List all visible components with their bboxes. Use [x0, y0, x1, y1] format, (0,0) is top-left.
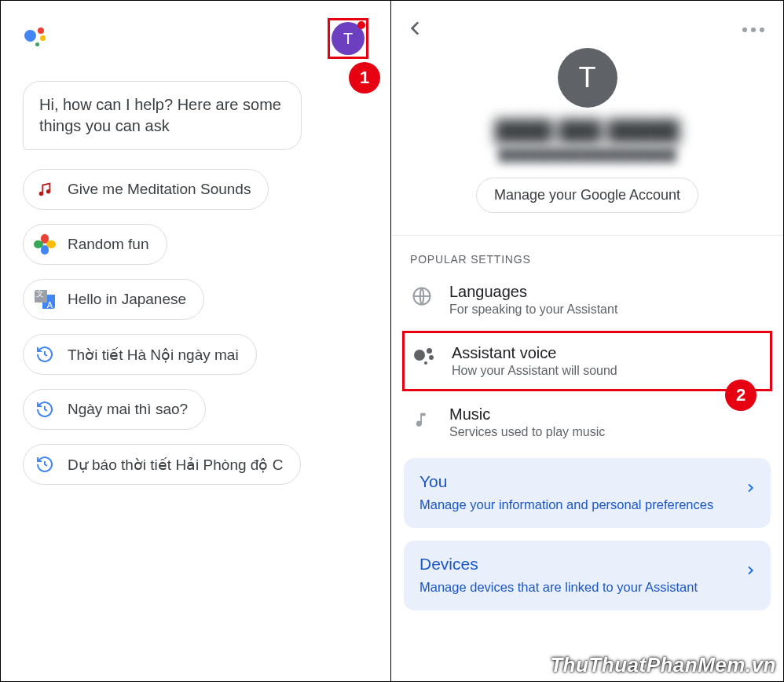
globe-icon: [410, 283, 434, 310]
fan-icon: [35, 234, 55, 255]
suggestion-chip[interactable]: Hello in Japanese: [23, 279, 204, 320]
setting-title: Assistant voice: [452, 344, 617, 362]
suggestion-chip[interactable]: Give me Meditation Sounds: [23, 169, 269, 210]
setting-subtitle: How your Assistant will sound: [452, 364, 617, 378]
translate-icon: [35, 289, 55, 310]
settings-item-languages[interactable]: Languages For speaking to your Assistant: [391, 270, 783, 329]
music-note-icon: [410, 405, 434, 432]
history-icon: [35, 344, 55, 365]
profile-name: ████ ███ █████: [407, 119, 768, 143]
history-icon: [35, 454, 55, 475]
chevron-left-icon: [405, 18, 426, 38]
more-menu-button[interactable]: [742, 28, 764, 32]
suggestion-chip-list: Give me Meditation Sounds Random fun Hel…: [23, 169, 390, 485]
annotation-badge-1: 1: [349, 62, 380, 94]
chip-label: Give me Meditation Sounds: [68, 181, 251, 198]
card-subtitle: Manage devices that are linked to your A…: [419, 580, 755, 595]
setting-title: Languages: [449, 283, 617, 301]
settings-item-music[interactable]: Music Services used to play music: [391, 393, 783, 452]
suggestion-chip[interactable]: Thời tiết Hà Nội ngày mai: [23, 334, 257, 375]
annotation-badge-2: 2: [725, 380, 757, 411]
profile-email: ████████████████████: [407, 148, 768, 162]
chevron-right-icon: [744, 564, 757, 580]
chip-label: Random fun: [68, 236, 149, 253]
assistant-icon: [412, 344, 436, 371]
avatar-letter: T: [579, 61, 596, 94]
manage-account-button[interactable]: Manage your Google Account: [476, 178, 698, 213]
avatar-letter: T: [343, 30, 353, 48]
assistant-logo-icon: [23, 25, 49, 52]
setting-subtitle: Services used to play music: [449, 425, 605, 439]
profile-avatar[interactable]: T: [558, 48, 617, 108]
chip-label: Dự báo thời tiết Hải Phòng độ C: [68, 456, 283, 474]
watermark-text: ThuThuatPhanMem.vn: [550, 653, 776, 677]
back-button[interactable]: [405, 18, 426, 42]
chip-label: Thời tiết Hà Nội ngày mai: [68, 346, 239, 364]
suggestion-chip[interactable]: Dự báo thời tiết Hải Phòng độ C: [23, 444, 301, 485]
assistant-chat-pane: T 1 Hi, how can I help? Here are some th…: [1, 1, 391, 681]
assistant-settings-pane: T ████ ███ █████ ████████████████████ Ma…: [391, 1, 783, 681]
history-icon: [35, 399, 55, 420]
settings-item-assistant-voice[interactable]: Assistant voice How your Assistant will …: [402, 331, 772, 391]
profile-avatar-button[interactable]: T: [328, 18, 368, 59]
dot-icon: [742, 28, 747, 32]
settings-card-you[interactable]: You Manage your information and personal…: [404, 458, 771, 528]
chip-label: Hello in Japanese: [68, 291, 186, 308]
popular-settings-label: POPULAR SETTINGS: [391, 236, 783, 270]
music-note-icon: [35, 179, 55, 200]
profile-section: T ████ ███ █████ ████████████████████ Ma…: [391, 42, 783, 236]
svg-point-1: [46, 189, 51, 194]
card-subtitle: Manage your information and personal pre…: [419, 497, 755, 512]
assistant-greeting: Hi, how can I help? Here are some things…: [23, 81, 302, 150]
card-title: You: [419, 472, 755, 491]
setting-subtitle: For speaking to your Assistant: [449, 302, 617, 317]
setting-title: Music: [449, 405, 605, 424]
settings-card-devices[interactable]: Devices Manage devices that are linked t…: [404, 541, 771, 610]
notification-dot-icon: [357, 21, 365, 29]
card-title: Devices: [419, 555, 755, 574]
chevron-right-icon: [744, 482, 757, 497]
suggestion-chip[interactable]: Ngày mai thì sao?: [23, 389, 206, 430]
suggestion-chip[interactable]: Random fun: [23, 224, 167, 265]
svg-point-0: [39, 192, 44, 196]
chip-label: Ngày mai thì sao?: [68, 401, 188, 418]
